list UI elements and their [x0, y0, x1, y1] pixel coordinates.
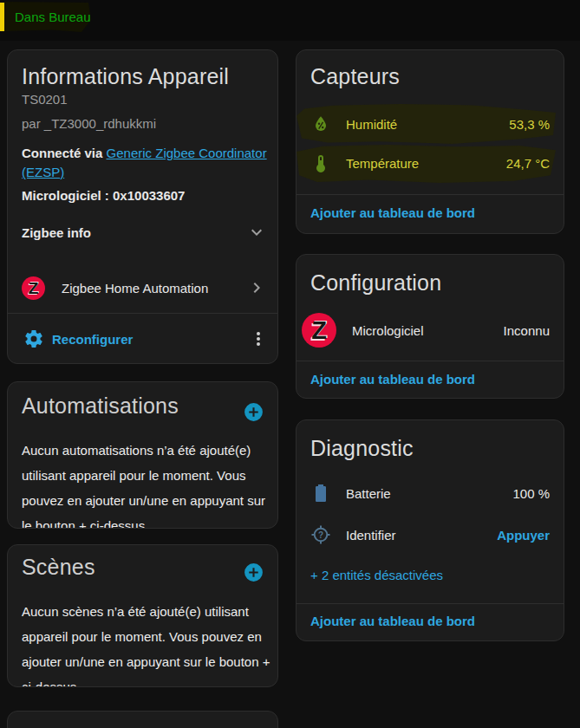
device-firmware: Micrologiciel : 0x10033607 [22, 188, 185, 203]
entity-value: 24,7 °C [506, 156, 550, 171]
cog-refresh-icon [23, 328, 44, 349]
overflow-menu-button[interactable] [248, 328, 269, 349]
device-manufacturer: par _TZ3000_rdhukkmi [22, 116, 156, 131]
divider [297, 603, 564, 604]
thermometer-icon [310, 153, 331, 174]
sensors-title: Capteurs [310, 64, 400, 89]
plus-circle-icon [243, 562, 264, 583]
entity-row-temperature[interactable]: Température 24,7 °C [297, 144, 564, 183]
identify-press-button[interactable]: Appuyer [497, 528, 550, 543]
diagnostic-card: Diagnostic Batterie 100 % ? Identifier A… [296, 419, 564, 641]
breadcrumb-label: Dans Bureau [15, 10, 91, 24]
diagnostic-title: Diagnostic [310, 436, 414, 461]
entity-label: Humidité [346, 117, 397, 132]
entity-row-humidity[interactable]: Humidité 53,3 % [297, 104, 564, 144]
breadcrumb[interactable]: Dans Bureau [4, 2, 91, 32]
entity-value: 53,3 % [509, 117, 550, 132]
identify-crosshairs-icon: ? [310, 524, 331, 545]
dots-vertical-icon [248, 328, 269, 349]
add-automation-button[interactable] [243, 401, 264, 423]
zigbee-info-expander[interactable]: Zigbee info [22, 221, 267, 244]
device-info-title: Informations Appareil [22, 64, 229, 89]
reconfigure-button[interactable]: Reconfigurer [23, 328, 133, 349]
sensors-card: Capteurs Humidité 53,3 % Température 24,… [296, 49, 564, 234]
plus-circle-icon [243, 401, 264, 423]
divider [297, 361, 564, 361]
automations-empty-text: Aucun automatisations n’a été ajouté(e) … [22, 438, 273, 529]
scenes-title: Scènes [22, 555, 95, 580]
automations-card: Automatisations Aucun automatisations n’… [7, 381, 278, 529]
device-info-card: Informations Appareil TS0201 par _TZ3000… [7, 49, 278, 364]
zha-logo-letter: Z [311, 318, 327, 343]
svg-text:?: ? [318, 530, 323, 540]
battery-icon [310, 483, 331, 504]
disabled-entities-link[interactable]: + 2 entités désactivées [310, 568, 443, 582]
entity-label: Température [346, 156, 419, 171]
zha-logo-icon: Z [302, 313, 336, 348]
marker-annotation-bar [0, 3, 4, 31]
entity-row-identify[interactable]: ? Identifier Appuyer [297, 514, 564, 556]
integration-row[interactable]: Z Zigbee Home Automation [22, 269, 267, 307]
connected-via-label: Connecté via [22, 146, 107, 160]
automations-title: Automatisations [22, 393, 179, 419]
scenes-empty-text: Aucun scènes n’a été ajouté(e) utilisant… [22, 599, 273, 687]
divider [297, 194, 564, 195]
entity-row-firmware[interactable]: Z Micrologiciel Inconnu [297, 305, 564, 355]
chevron-right-icon [246, 277, 267, 298]
configuration-title: Configuration [310, 270, 441, 296]
reconfigure-label: Reconfigurer [52, 332, 133, 347]
add-to-dashboard-link[interactable]: Ajouter au tableau de bord [310, 205, 475, 220]
zigbee-info-label: Zigbee info [22, 225, 91, 240]
next-card-partial [7, 711, 278, 728]
chevron-down-icon [246, 222, 267, 243]
scenes-card: Scènes Aucun scènes n’a été ajouté(e) ut… [7, 544, 278, 687]
device-model: TS0201 [22, 92, 68, 107]
entity-row-battery[interactable]: Batterie 100 % [297, 472, 564, 514]
device-page: Dans Bureau Informations Appareil TS0201… [0, 0, 580, 728]
entity-label: Identifier [346, 528, 396, 543]
device-actions-row: Reconfigurer [23, 314, 269, 364]
entity-label: Micrologiciel [352, 323, 424, 338]
add-to-dashboard-link[interactable]: Ajouter au tableau de bord [310, 372, 475, 387]
entity-label: Batterie [346, 486, 391, 501]
entity-value: 100 % [512, 486, 550, 501]
zha-logo-letter: Z [29, 280, 39, 296]
integration-label: Zigbee Home Automation [62, 281, 208, 296]
add-scene-button[interactable] [243, 562, 264, 583]
configuration-card: Configuration Z Micrologiciel Inconnu Aj… [296, 254, 564, 399]
connected-via: Connecté via Generic Zigbee Coordinator … [22, 144, 271, 182]
entity-value: Inconnu [504, 323, 550, 338]
humidity-icon [310, 114, 331, 134]
add-to-dashboard-link[interactable]: Ajouter au tableau de bord [310, 614, 475, 628]
zha-logo-icon: Z [22, 276, 45, 300]
